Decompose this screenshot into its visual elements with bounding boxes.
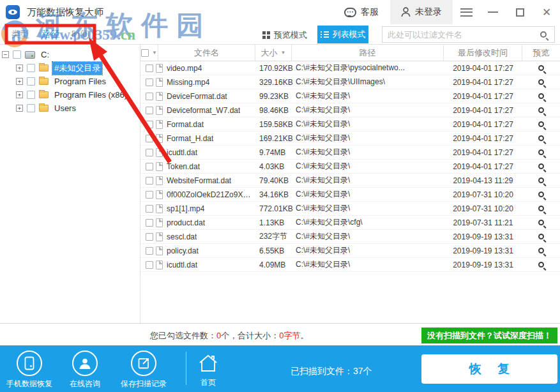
list-mode-button[interactable]: 列表模式 xyxy=(317,26,368,43)
preview-magnifier-icon[interactable] xyxy=(538,65,544,71)
tree-root-checkbox[interactable] xyxy=(13,50,21,59)
tree-folder-label[interactable]: Users xyxy=(52,103,78,114)
login-button[interactable]: 未登录 xyxy=(390,0,453,24)
recover-button[interactable]: 恢 复 xyxy=(421,354,557,384)
expand-icon[interactable]: + xyxy=(16,91,23,98)
row-checkbox[interactable] xyxy=(146,93,153,100)
expand-icon[interactable]: + xyxy=(16,105,23,112)
tree-folder-row[interactable]: + Users xyxy=(0,102,140,115)
minimize-button[interactable] xyxy=(480,0,506,24)
collapse-icon[interactable]: − xyxy=(2,51,9,58)
tree-folder-label[interactable]: Program Files xyxy=(52,76,108,87)
expand-icon[interactable]: + xyxy=(16,78,23,85)
preview-magnifier-icon[interactable] xyxy=(538,177,544,183)
preview-magnifier-icon[interactable] xyxy=(538,262,544,268)
file-icon xyxy=(156,218,163,227)
table-row[interactable]: policy.dat 6.55KB C:\#未知父目录\ 2019-09-19 … xyxy=(140,244,560,258)
preview-magnifier-icon[interactable] xyxy=(538,107,544,113)
tab-path[interactable]: 路径 xyxy=(42,29,59,40)
header-select-all[interactable]: ▼ xyxy=(140,45,158,61)
table-row[interactable]: DeviceFormat.dat 99.23KB C:\#未知父目录\ 2019… xyxy=(140,89,560,103)
online-consult-button[interactable]: 在线咨询 xyxy=(61,351,109,389)
folder-icon xyxy=(39,64,49,72)
table-row[interactable]: sescl.dat 232字节 C:\#未知父目录\ 2019-09-19 13… xyxy=(140,230,560,244)
preview-magnifier-icon[interactable] xyxy=(538,149,544,155)
preview-magnifier-icon[interactable] xyxy=(538,234,544,239)
file-size: 1.13KB xyxy=(255,216,292,229)
preview-magnifier-icon[interactable] xyxy=(538,220,544,225)
row-checkbox[interactable] xyxy=(146,163,153,170)
row-checkbox[interactable] xyxy=(146,233,153,241)
tab-type[interactable]: 类型 xyxy=(11,29,29,40)
preview-magnifier-icon[interactable] xyxy=(538,192,544,197)
row-checkbox[interactable] xyxy=(146,219,153,227)
customer-service-button[interactable]: ⋯ 客服 xyxy=(333,0,390,24)
preview-magnifier-icon[interactable] xyxy=(538,79,544,85)
file-modified: 2019-04-13 11:29 xyxy=(444,174,522,187)
tree-root-row[interactable]: − C: xyxy=(0,48,140,61)
tree-folder-row[interactable]: + Program Files xyxy=(0,75,140,88)
file-name: product.dat xyxy=(167,218,205,227)
filter-search-input[interactable] xyxy=(382,30,540,40)
phone-recovery-button[interactable]: 手机数据恢复 xyxy=(6,351,53,389)
row-checkbox[interactable] xyxy=(146,79,153,86)
file-modified: 2019-04-01 17:27 xyxy=(444,146,522,159)
tree-folder-checkbox[interactable] xyxy=(27,64,35,72)
table-row[interactable]: 0f000ZolOekD21Zo9XSP40[1].... 34.16KB C:… xyxy=(140,188,560,202)
row-checkbox[interactable] xyxy=(146,261,153,269)
select-all-checkbox[interactable] xyxy=(141,49,149,57)
table-row[interactable]: Deviceformat_W7.dat 98.46KB C:\#未知父目录\ 2… xyxy=(140,103,560,117)
table-row[interactable]: Token.dat 4.03KB C:\#未知父目录\ 2019-04-01 1… xyxy=(140,160,560,174)
table-row[interactable]: video.mp4 170.92KB C:\#未知父目录\pysocialnet… xyxy=(140,61,560,75)
tree-folder-label[interactable]: Program Files (x86) xyxy=(52,89,129,100)
header-modified[interactable]: 最后修改时间 xyxy=(444,45,522,61)
table-row[interactable]: Missing.mp4 329.16KB C:\#未知父目录\UIImages\… xyxy=(140,75,560,89)
row-checkbox[interactable] xyxy=(146,64,153,72)
tree-folder-checkbox[interactable] xyxy=(27,91,35,99)
preview-magnifier-icon[interactable] xyxy=(538,206,544,211)
tab-time[interactable]: 时间 xyxy=(72,29,89,40)
search-icon[interactable] xyxy=(540,31,547,38)
row-checkbox[interactable] xyxy=(146,149,153,156)
row-checkbox[interactable] xyxy=(146,205,153,213)
row-checkbox[interactable] xyxy=(146,107,153,114)
maximize-button[interactable] xyxy=(506,0,533,24)
row-checkbox[interactable] xyxy=(146,121,153,128)
close-button[interactable]: ✕ xyxy=(533,0,560,24)
row-checkbox[interactable] xyxy=(146,177,153,185)
row-checkbox[interactable] xyxy=(146,191,153,199)
table-row[interactable]: Format_H.dat 169.21KB C:\#未知父目录\ 2019-04… xyxy=(140,132,560,146)
phone-icon xyxy=(17,351,42,376)
header-path[interactable]: 路径 xyxy=(292,45,444,61)
header-size[interactable]: 大小 ▼ xyxy=(255,45,292,61)
file-modified: 2019-09-19 13:31 xyxy=(444,258,522,271)
home-button[interactable]: 首页 xyxy=(193,354,223,388)
table-row[interactable]: sp1[1].mp4 772.01KB C:\#未知父目录\ 2019-07-3… xyxy=(140,202,560,216)
table-row[interactable]: WebsiteFormat.dat 79.40KB C:\#未知父目录\ 201… xyxy=(140,174,560,188)
preview-magnifier-icon[interactable] xyxy=(538,163,544,169)
menu-button[interactable] xyxy=(453,0,480,24)
file-modified: 2019-04-01 17:27 xyxy=(444,89,522,103)
tree-root-label[interactable]: C: xyxy=(39,49,51,60)
preview-mode-button[interactable]: 预览模式 xyxy=(262,29,307,41)
deep-scan-button[interactable]: 没有扫描到文件？试试深度扫描！ xyxy=(421,328,557,343)
row-checkbox[interactable] xyxy=(146,135,153,142)
preview-magnifier-icon[interactable] xyxy=(538,121,544,127)
table-row[interactable]: icudtl.dat 4.09MB C:\#未知父目录\ 2019-09-19 … xyxy=(140,258,560,272)
row-checkbox[interactable] xyxy=(146,247,153,255)
tree-folder-label[interactable]: #未知父目录 xyxy=(52,62,102,75)
tree-folder-checkbox[interactable] xyxy=(27,77,35,86)
save-scan-record-button[interactable]: 保存扫描记录 xyxy=(115,351,172,389)
preview-magnifier-icon[interactable] xyxy=(538,135,544,141)
table-row[interactable]: product.dat 1.13KB C:\#未知父目录\cfg\ 2019-0… xyxy=(140,216,560,230)
header-filename[interactable]: 文件名 xyxy=(158,45,255,61)
folder-tree-panel: − C: + #未知父目录 + Program Files + Program … xyxy=(0,45,140,323)
preview-magnifier-icon[interactable] xyxy=(538,93,544,99)
expand-icon[interactable]: + xyxy=(16,64,23,72)
table-row[interactable]: Format.dat 159.58KB C:\#未知父目录\ 2019-04-0… xyxy=(140,117,560,132)
tree-folder-row[interactable]: + Program Files (x86) xyxy=(0,88,140,102)
table-row[interactable]: icudtl.dat 9.74MB C:\#未知父目录\ 2019-04-01 … xyxy=(140,146,560,160)
tree-folder-row[interactable]: + #未知父目录 xyxy=(0,61,140,75)
preview-magnifier-icon[interactable] xyxy=(538,248,544,253)
tree-folder-checkbox[interactable] xyxy=(27,104,35,112)
